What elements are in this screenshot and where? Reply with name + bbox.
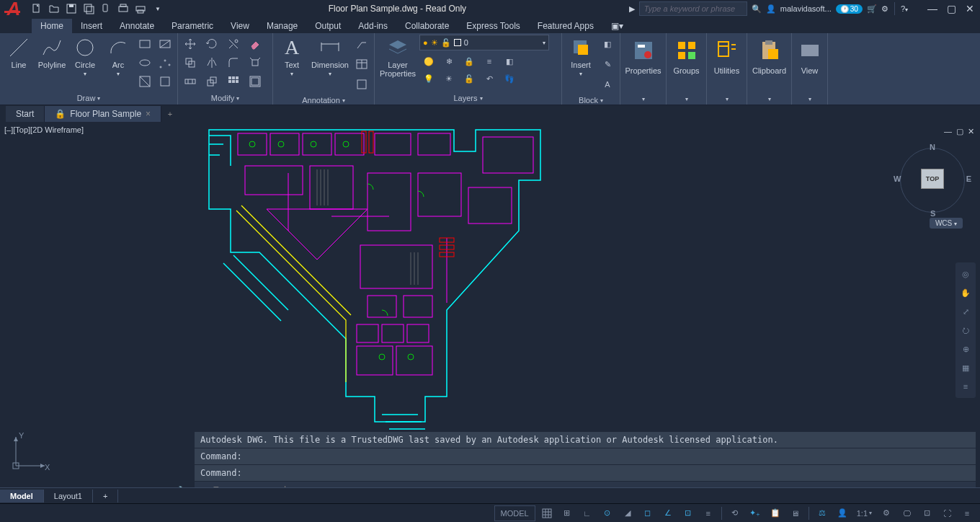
dyn-input-toggle[interactable]: ✦₊: [747, 505, 764, 521]
tab-addins[interactable]: Add-ins: [349, 19, 396, 33]
signin-icon[interactable]: 👤: [766, 4, 776, 14]
more-anno-tool[interactable]: [352, 75, 371, 94]
table-tool[interactable]: [352, 55, 371, 74]
zoom-extents-icon[interactable]: ⤢: [958, 304, 973, 319]
help-search-input[interactable]: Type a keyword or phrase: [639, 1, 747, 16]
help-icon[interactable]: ?▾: [901, 4, 908, 13]
nav-more-icon[interactable]: ▦: [958, 360, 973, 375]
hatch-tool[interactable]: [156, 35, 174, 53]
array-tool[interactable]: [224, 72, 243, 91]
circle-tool[interactable]: Circle▾: [69, 35, 101, 79]
share-arrow-icon[interactable]: ▶: [629, 4, 635, 14]
move-tool[interactable]: [181, 35, 200, 53]
line-tool[interactable]: Line: [3, 35, 35, 71]
layer-dropdown[interactable]: ● ☀ 🔓 0 ▾: [419, 35, 549, 50]
ucs-icon[interactable]: Y X: [9, 430, 52, 473]
layer-off-tool[interactable]: 🟡: [419, 52, 438, 71]
fillet-tool[interactable]: [224, 53, 243, 72]
trans-toggle[interactable]: ≡: [700, 505, 717, 521]
viewport-controls-label[interactable]: [–][Top][2D Wireframe]: [4, 125, 84, 134]
tab-insert[interactable]: Insert: [72, 19, 111, 33]
polyline-tool[interactable]: Polyline: [36, 35, 68, 71]
offset-tool[interactable]: [246, 72, 264, 91]
erase-tool[interactable]: [246, 35, 264, 53]
model-space-button[interactable]: MODEL: [494, 505, 535, 521]
anno-scale-icon[interactable]: ⚖: [814, 505, 831, 521]
close-tab-icon[interactable]: ×: [146, 109, 151, 119]
orbit-icon[interactable]: ⭮: [958, 323, 973, 337]
tab-output[interactable]: Output: [306, 19, 349, 33]
copy-tool[interactable]: [181, 53, 200, 72]
lwt-toggle[interactable]: ⊡: [680, 505, 697, 521]
app-store-icon[interactable]: ⚙: [881, 4, 888, 14]
tab-home[interactable]: Home: [32, 19, 72, 33]
maximize-button[interactable]: ▢: [944, 3, 958, 14]
search-icon[interactable]: 🔍: [752, 4, 762, 14]
explode-tool[interactable]: [246, 53, 264, 72]
showmo-icon[interactable]: ⊕: [958, 342, 973, 356]
qat-saveas-icon[interactable]: [81, 1, 97, 16]
panel-utilities[interactable]: Utilities ▾: [707, 33, 747, 105]
qat-print-icon[interactable]: [133, 1, 148, 16]
layer-unlock-tool[interactable]: 🔓: [460, 69, 478, 88]
tab-panel-toggle-icon[interactable]: ▣▾: [602, 19, 632, 33]
tab-annotate[interactable]: Annotate: [111, 19, 163, 33]
viewcube[interactable]: TOP N S W E: [896, 144, 968, 216]
minimize-button[interactable]: —: [925, 3, 940, 14]
wcs-dropdown[interactable]: WCS ▾: [930, 218, 963, 229]
quick-props-toggle[interactable]: 📋: [767, 505, 784, 521]
rectangle-tool[interactable]: [135, 35, 154, 53]
panel-properties[interactable]: Properties ▾: [620, 33, 667, 105]
cart-icon[interactable]: 🛒: [867, 4, 877, 14]
qat-plot-icon[interactable]: [115, 1, 131, 16]
polar-toggle[interactable]: ⊙: [599, 505, 616, 521]
layout-tab-add[interactable]: +: [93, 490, 118, 503]
more-draw-tool[interactable]: [156, 72, 174, 91]
ellipse-tool[interactable]: [135, 53, 154, 72]
layer-on-tool[interactable]: 💡: [419, 69, 438, 88]
qat-save-icon[interactable]: [63, 1, 79, 16]
panel-annotation-title[interactable]: Annotation▾: [276, 94, 371, 107]
edit-block-tool[interactable]: ✎: [598, 55, 617, 74]
panel-draw-title[interactable]: Draw▾: [3, 92, 174, 105]
workspace-switch-icon[interactable]: ⚙: [878, 505, 895, 521]
rotate-tool[interactable]: [202, 35, 221, 53]
vp-minimize-icon[interactable]: —: [944, 127, 952, 136]
tab-collaborate[interactable]: Collaborate: [396, 19, 458, 33]
arc-tool[interactable]: Arc▾: [102, 35, 134, 79]
ortho-toggle[interactable]: ∟: [579, 505, 596, 521]
nav-settings-icon[interactable]: ≡: [958, 379, 973, 394]
pan-icon[interactable]: ✋: [958, 286, 973, 300]
qat-new-icon[interactable]: [29, 1, 45, 16]
leader-tool[interactable]: [352, 35, 371, 53]
app-logo[interactable]: A: [3, 0, 24, 19]
panel-modify-title[interactable]: Modify▾: [181, 92, 270, 105]
panel-groups[interactable]: Groups ▾: [667, 33, 707, 105]
layer-iso-tool[interactable]: ◧: [500, 52, 519, 71]
drawing-area[interactable]: [–][Top][2D Wireframe] — ▢ ✕: [0, 123, 980, 499]
create-block-tool[interactable]: ◧: [598, 35, 617, 53]
anno-monitor-icon[interactable]: 🖵: [898, 505, 915, 521]
layer-walk-tool[interactable]: 👣: [500, 69, 519, 88]
anno-vis-icon[interactable]: 👤: [834, 505, 851, 521]
close-button[interactable]: ✕: [963, 3, 977, 14]
user-name-label[interactable]: malavidasoft...: [780, 4, 832, 13]
tab-express[interactable]: Express Tools: [458, 19, 528, 33]
layout-tab-model[interactable]: Model: [0, 490, 44, 503]
vp-close-icon[interactable]: ✕: [968, 127, 974, 136]
new-tab-button[interactable]: +: [161, 110, 179, 118]
panel-block-title[interactable]: Block▾: [565, 94, 617, 107]
qat-web-icon[interactable]: [98, 1, 114, 16]
qat-more-icon[interactable]: ▼: [150, 1, 166, 16]
hardware-accel-icon[interactable]: ⊡: [918, 505, 935, 521]
spline-tool[interactable]: [156, 53, 174, 72]
layer-thaw-tool[interactable]: ☀: [440, 69, 458, 88]
layer-match-tool[interactable]: ≡: [480, 52, 499, 71]
scale-tool[interactable]: [202, 72, 221, 91]
vp-restore-icon[interactable]: ▢: [956, 127, 963, 136]
customize-status-icon[interactable]: ≡: [958, 505, 976, 521]
layer-prev-tool[interactable]: ↶: [480, 69, 499, 88]
tab-manage[interactable]: Manage: [258, 19, 306, 33]
snap-toggle[interactable]: ⊞: [558, 505, 576, 521]
layer-lock-tool[interactable]: 🔒: [460, 52, 478, 71]
